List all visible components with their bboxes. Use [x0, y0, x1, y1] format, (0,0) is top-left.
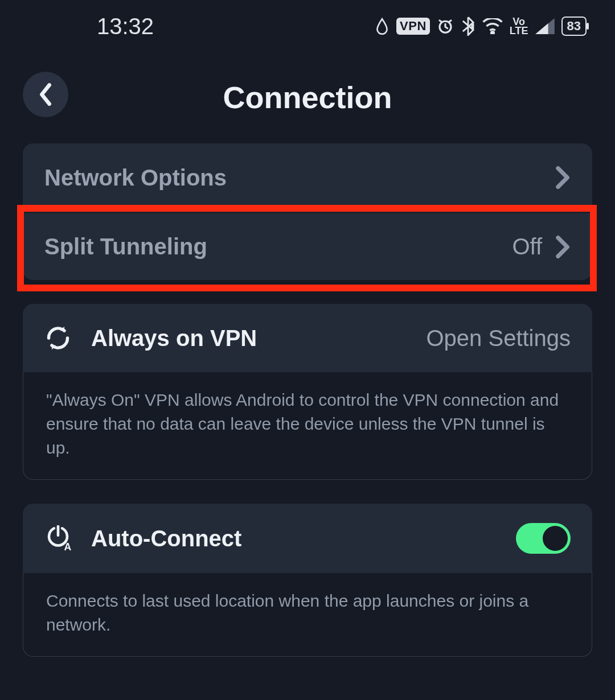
back-button[interactable]: [23, 72, 68, 117]
chevron-right-icon: [556, 236, 571, 258]
refresh-icon: [44, 324, 72, 352]
alarm-icon: [437, 18, 454, 35]
battery-icon: 83: [561, 17, 587, 36]
row-value: Off: [512, 234, 542, 260]
page-title: Connection: [223, 80, 392, 115]
auto-connect-description: Connects to last used location when the …: [23, 573, 592, 657]
auto-connect-toggle[interactable]: [516, 523, 571, 554]
status-bar: 13:32 VPN VoLTE 83: [0, 0, 615, 46]
bluetooth-icon: [461, 17, 475, 36]
page-header: Connection: [0, 46, 615, 143]
row-label: Auto-Connect: [91, 526, 516, 551]
row-network-options[interactable]: Network Options: [23, 143, 592, 212]
status-icons: VPN VoLTE 83: [375, 17, 587, 36]
row-label: Always on VPN: [91, 326, 427, 351]
row-label: Network Options: [44, 165, 556, 191]
settings-group-auto-connect: A Auto-Connect: [23, 504, 592, 573]
row-always-on-vpn[interactable]: Always on VPN Open Settings: [23, 304, 592, 372]
power-auto-icon: A: [44, 525, 72, 552]
row-split-tunneling[interactable]: Split Tunneling Off: [23, 212, 592, 280]
svg-rect-1: [471, 23, 474, 29]
settings-group-1: Network Options Split Tunneling Off: [23, 143, 592, 280]
svg-text:A: A: [64, 541, 71, 551]
settings-group-always-on: Always on VPN Open Settings: [23, 304, 592, 372]
svg-point-2: [491, 32, 494, 34]
chevron-left-icon: [36, 83, 55, 106]
vpn-icon: VPN: [396, 18, 430, 35]
row-auto-connect[interactable]: A Auto-Connect: [23, 504, 592, 573]
signal-icon: [535, 18, 555, 34]
drop-icon: [375, 18, 390, 35]
status-time: 13:32: [97, 14, 154, 39]
wifi-icon: [482, 18, 503, 34]
chevron-right-icon: [556, 166, 571, 189]
open-settings-link[interactable]: Open Settings: [427, 326, 571, 351]
always-on-description: "Always On" VPN allows Android to contro…: [23, 372, 592, 480]
volte-icon: VoLTE: [510, 17, 528, 35]
row-label: Split Tunneling: [44, 234, 512, 260]
